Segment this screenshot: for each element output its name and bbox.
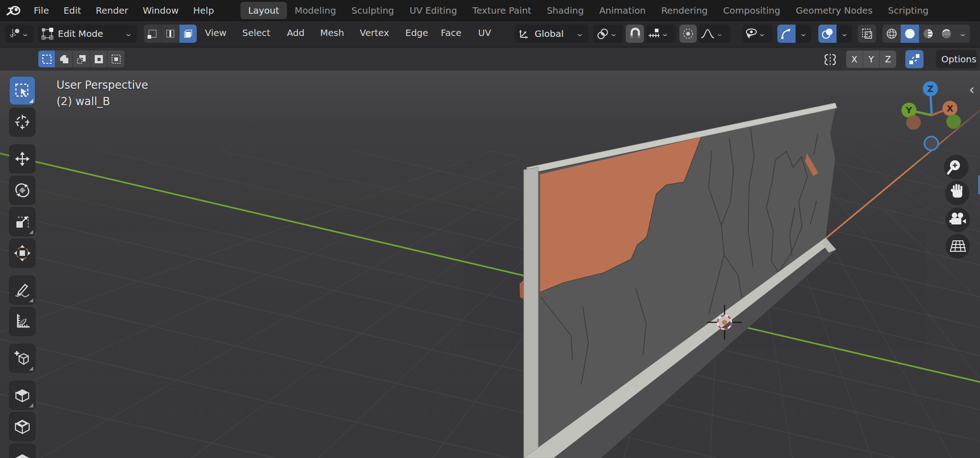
menu-face[interactable]: Face	[441, 27, 461, 38]
svg-text:X: X	[947, 103, 954, 113]
tab-layout[interactable]: Layout	[240, 2, 287, 19]
sidebar-collapse-arrow[interactable]: ‹	[969, 81, 975, 97]
select-set-button[interactable]	[38, 51, 56, 67]
tab-modeling[interactable]: Modeling	[287, 2, 344, 19]
tab-texture-paint[interactable]: Texture Paint	[465, 2, 539, 19]
snap-toggle[interactable]	[626, 25, 644, 43]
scene-canvas: Z Y X ‹	[0, 71, 980, 458]
tool-cursor[interactable]	[10, 108, 35, 136]
tab-animation[interactable]: Animation	[592, 2, 653, 19]
editor-type-selector[interactable]: ⌄	[5, 25, 34, 43]
tool-move[interactable]	[10, 145, 35, 173]
auto-merge-toggle[interactable]	[905, 50, 924, 68]
select-intersect-button[interactable]	[107, 51, 125, 67]
tool-add-cube[interactable]	[10, 344, 35, 372]
xray-toggle[interactable]	[858, 25, 876, 43]
shading-material-button[interactable]	[919, 25, 937, 43]
face-select-mode-button[interactable]	[179, 25, 197, 43]
show-overlays-toggle[interactable]	[818, 25, 837, 43]
tab-scripting[interactable]: Scripting	[880, 2, 936, 19]
gizmo-dropdown[interactable]: ⌄	[796, 25, 811, 43]
options-label: Options	[939, 54, 978, 65]
wall-mesh[interactable]	[520, 103, 837, 458]
tool-extrude-region[interactable]	[10, 381, 35, 409]
menu-select[interactable]: Select	[242, 27, 271, 38]
active-object-label: (2) wall_B	[56, 93, 148, 110]
tab-uv-editing[interactable]: UV Editing	[402, 2, 464, 19]
tab-compositing[interactable]: Compositing	[715, 2, 788, 19]
material-preview-sphere-icon	[922, 28, 934, 40]
wall-left-edge	[524, 167, 538, 458]
menu-render[interactable]: Render	[88, 5, 135, 16]
gizmo-neg-y-axis[interactable]	[946, 114, 961, 129]
mesh-select-mode-group	[144, 25, 197, 43]
pivot-point-dropdown[interactable]: ⌄	[593, 25, 623, 43]
floor-grid	[0, 71, 980, 458]
xray-icon	[861, 28, 873, 40]
select-mode-ops-group	[38, 51, 125, 67]
gizmo-neg-x-axis[interactable]	[906, 115, 921, 130]
menu-file[interactable]: File	[26, 5, 56, 16]
menu-help[interactable]: Help	[186, 5, 221, 16]
shading-mode-group: ⌄	[883, 25, 970, 43]
magnet-icon	[629, 28, 641, 40]
menu-mesh[interactable]: Mesh	[320, 27, 344, 38]
tool-bevel[interactable]	[10, 444, 35, 458]
edge-select-mode-button[interactable]	[162, 25, 179, 43]
orientation-label: Global	[530, 28, 568, 39]
select-invert-button[interactable]	[90, 51, 107, 67]
rendered-sphere-icon	[940, 28, 952, 40]
transform-orientation-dropdown[interactable]: Global ⌄	[515, 25, 588, 43]
menu-edge[interactable]: Edge	[405, 27, 428, 38]
select-extend-button[interactable]	[56, 51, 73, 67]
mirror-z-button[interactable]: Z	[880, 51, 896, 68]
tab-geometry-nodes[interactable]: Geometry Nodes	[788, 2, 880, 19]
tab-rendering[interactable]: Rendering	[653, 2, 715, 19]
proportional-editing-toggle[interactable]	[679, 25, 697, 43]
scrollbar-thumb[interactable]	[978, 175, 980, 194]
select-subtract-button[interactable]	[73, 51, 90, 67]
menu-edit[interactable]: Edit	[56, 5, 88, 16]
shading-solid-button[interactable]	[901, 25, 919, 43]
menu-add[interactable]: Add	[287, 27, 305, 38]
tool-inset-faces[interactable]	[10, 412, 35, 441]
proportional-falloff-dropdown[interactable]: ⌄	[699, 25, 730, 43]
tab-sculpting[interactable]: Sculpting	[344, 2, 402, 19]
gizmo-neg-z-axis[interactable]	[924, 137, 938, 150]
vertex-select-mode-button[interactable]	[144, 25, 162, 43]
tool-annotate[interactable]	[10, 276, 35, 304]
shading-dropdown[interactable]: ⌄	[955, 25, 970, 43]
tool-select-box[interactable]	[10, 76, 35, 105]
mode-dropdown-label: Edit Mode	[53, 28, 108, 39]
svg-text:Y: Y	[905, 105, 912, 115]
tool-rotate[interactable]	[10, 176, 35, 204]
blender-logo-icon[interactable]	[6, 4, 22, 17]
tool-measure[interactable]	[10, 307, 35, 336]
snap-with-dropdown[interactable]: ⌄	[646, 25, 676, 43]
options-dropdown[interactable]: Options ⌄	[936, 50, 977, 68]
object-type-visibility-dropdown[interactable]: ⌄	[742, 25, 772, 43]
menu-vertex[interactable]: Vertex	[360, 27, 389, 38]
shading-rendered-button[interactable]	[937, 25, 955, 43]
edit-mode-icon	[41, 28, 53, 40]
chevron-down-icon: ⌄	[755, 30, 769, 38]
mirror-y-button[interactable]: Y	[863, 51, 880, 68]
tab-shading[interactable]: Shading	[539, 2, 592, 19]
chevron-down-icon: ⌄	[607, 30, 621, 38]
shading-wireframe-button[interactable]	[883, 25, 901, 43]
chevron-down-icon: ⌄	[573, 30, 587, 38]
tool-scale[interactable]	[10, 208, 35, 236]
menu-window[interactable]: Window	[135, 5, 186, 16]
viewport-nav-buttons	[944, 155, 970, 259]
show-gizmo-toggle[interactable]	[777, 25, 796, 43]
menu-uv[interactable]: UV	[478, 27, 491, 38]
topbar: File Edit Render Window Help Layout Mode…	[0, 0, 980, 21]
chevron-down-icon: ⌄	[18, 30, 32, 38]
menu-view[interactable]: View	[205, 27, 226, 38]
tool-transform[interactable]	[10, 239, 35, 267]
viewport-3d[interactable]: Z Y X ‹	[0, 71, 980, 458]
overlays-dropdown[interactable]: ⌄	[837, 25, 852, 43]
wireframe-sphere-icon	[886, 28, 898, 40]
mode-dropdown[interactable]: Edit Mode ⌄	[38, 25, 137, 43]
mirror-x-button[interactable]: X	[846, 51, 863, 68]
